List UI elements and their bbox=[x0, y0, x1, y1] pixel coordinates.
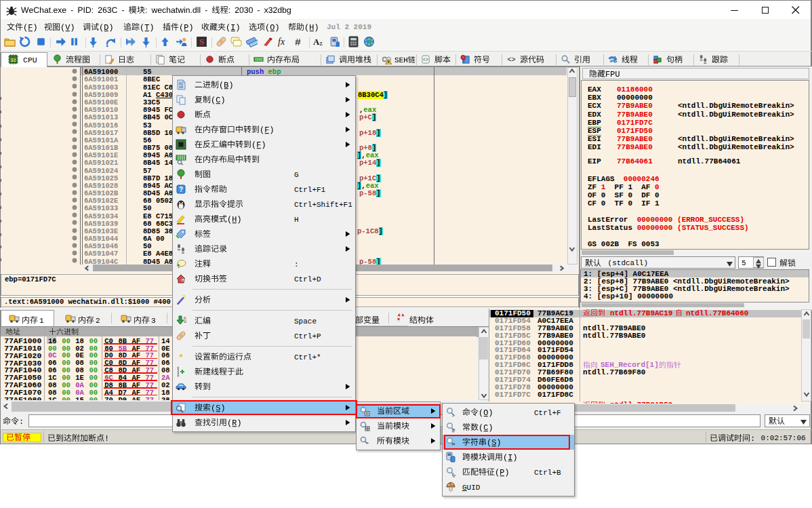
svg-text:#: # bbox=[451, 427, 455, 433]
svg-text:n: n bbox=[182, 279, 183, 282]
svg-text:fx: fx bbox=[278, 37, 285, 47]
svg-text:z: z bbox=[320, 39, 323, 47]
svg-text:A: A bbox=[313, 37, 320, 47]
svg-text:S: S bbox=[199, 37, 204, 47]
svg-text:32: 32 bbox=[10, 57, 16, 63]
svg-text:>: > bbox=[452, 412, 455, 418]
svg-text:*: * bbox=[179, 352, 183, 362]
svg-text:?: ? bbox=[178, 186, 182, 193]
svg-text:10: 10 bbox=[184, 320, 186, 324]
svg-text:<>: <> bbox=[423, 58, 428, 62]
svg-text:#: # bbox=[295, 37, 301, 47]
svg-text:*: * bbox=[366, 441, 368, 446]
svg-text:10: 10 bbox=[178, 85, 182, 90]
svg-text:<>: <> bbox=[507, 56, 515, 63]
